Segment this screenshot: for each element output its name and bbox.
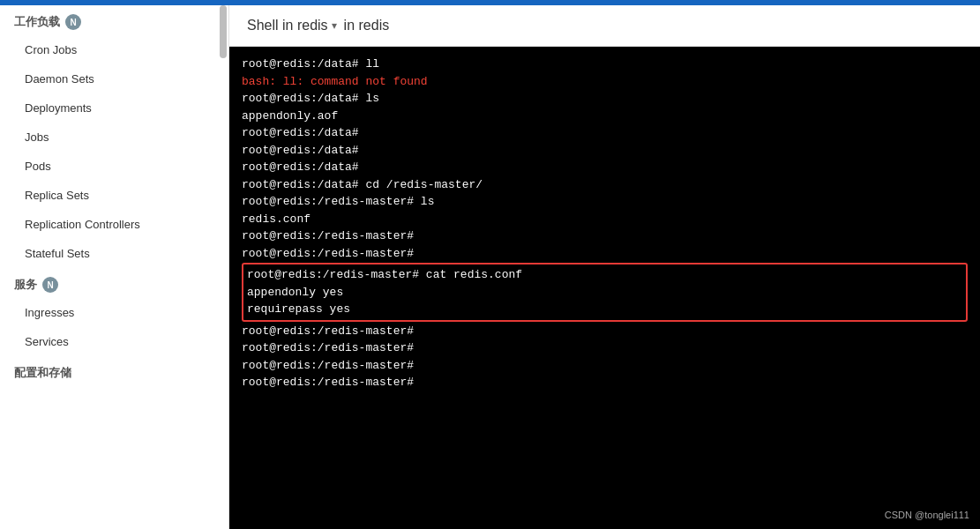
section-label-services: 服务	[14, 277, 37, 293]
sidebar-item-stateful-sets[interactable]: Stateful Sets	[0, 239, 228, 268]
terminal-line: redis.conf	[242, 211, 968, 228]
terminal-footer: CSDN @tonglei111	[885, 508, 969, 523]
terminal-line: root@redis:/redis-master#	[242, 323, 968, 340]
sidebar-item-services[interactable]: Services	[0, 327, 228, 356]
terminal-line: root@redis:/redis-master#	[242, 357, 968, 375]
section-label-config: 配置和存储	[14, 365, 71, 381]
section-label-workloads: 工作负载	[14, 14, 60, 30]
terminal-line-highlight: requirepass yes	[243, 301, 966, 318]
sidebar-item-pods[interactable]: Pods	[0, 152, 228, 181]
main-content: Shell in redis ▾ in redis root@redis:/da…	[229, 5, 980, 529]
content-header: Shell in redis ▾ in redis	[229, 5, 980, 47]
terminal-line-highlight: appendonly yes	[243, 284, 966, 302]
header-separator: in redis	[344, 18, 390, 34]
terminal-line: appendonly.aof	[242, 108, 968, 125]
badge-services: N	[42, 277, 58, 293]
main-layout: 工作负载 N Cron Jobs Daemon Sets Deployments…	[0, 5, 980, 529]
terminal-line: root@redis:/data# cd /redis-master/	[242, 176, 968, 194]
terminal-line: root@redis:/data#	[242, 124, 968, 142]
sidebar: 工作负载 N Cron Jobs Daemon Sets Deployments…	[0, 5, 229, 529]
terminal-line: root@redis:/redis-master#	[242, 245, 968, 263]
sidebar-item-ingresses[interactable]: Ingresses	[0, 298, 228, 327]
shell-label: Shell in redis	[247, 18, 328, 34]
terminal-line-highlight: root@redis:/redis-master# cat redis.conf	[243, 266, 966, 284]
terminal-line-error: bash: ll: command not found	[242, 73, 968, 91]
sidebar-item-deployments[interactable]: Deployments	[0, 93, 228, 123]
sidebar-item-jobs[interactable]: Jobs	[0, 123, 228, 152]
badge-workloads: N	[65, 14, 81, 30]
sidebar-item-replication-controllers[interactable]: Replication Controllers	[0, 210, 228, 239]
sidebar-item-replica-sets[interactable]: Replica Sets	[0, 181, 228, 210]
terminal-line: root@redis:/redis-master#	[242, 374, 968, 391]
chevron-down-icon: ▾	[332, 19, 337, 32]
terminal-highlight-block: root@redis:/redis-master# cat redis.conf…	[242, 263, 968, 322]
section-header-workloads: 工作负载 N	[0, 5, 228, 35]
sidebar-item-cron-jobs[interactable]: Cron Jobs	[0, 35, 228, 64]
terminal-line: root@redis:/redis-master#	[242, 339, 968, 357]
terminal-line: root@redis:/data# ll	[242, 56, 968, 73]
terminal-line: root@redis:/redis-master# ls	[242, 193, 968, 211]
terminal-line: root@redis:/data#	[242, 142, 968, 160]
terminal-line: root@redis:/redis-master#	[242, 227, 968, 245]
section-header-services: 服务 N	[0, 268, 228, 298]
terminal[interactable]: root@redis:/data# ll bash: ll: command n…	[229, 47, 980, 529]
terminal-line: root@redis:/data#	[242, 159, 968, 176]
sidebar-item-daemon-sets[interactable]: Daemon Sets	[0, 64, 228, 93]
terminal-line: root@redis:/data# ls	[242, 90, 968, 108]
shell-dropdown[interactable]: Shell in redis ▾	[247, 18, 337, 34]
scrollbar-thumb[interactable]	[220, 5, 227, 58]
section-header-config: 配置和存储	[0, 356, 228, 386]
